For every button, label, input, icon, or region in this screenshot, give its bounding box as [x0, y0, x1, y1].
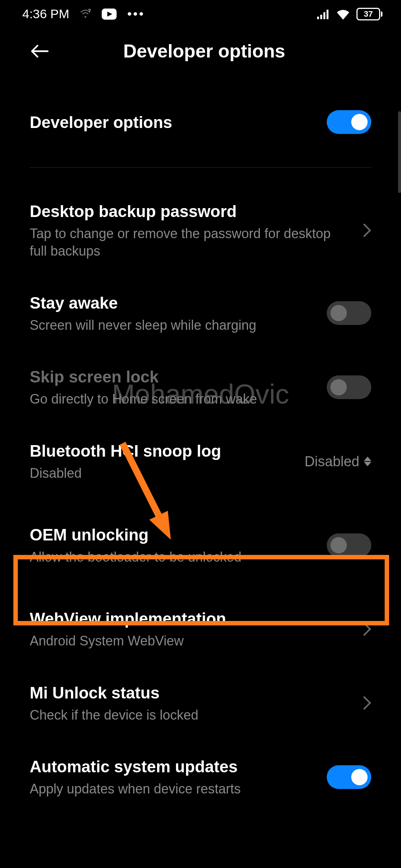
row-mi-unlock[interactable]: Mi Unlock status Check if the device is …: [15, 666, 386, 740]
svg-rect-4: [320, 14, 322, 19]
header: Developer options: [0, 28, 401, 77]
row-title: WebView implementation: [30, 608, 348, 629]
row-title: Desktop backup password: [30, 201, 348, 221]
wifi-question-icon: ?: [80, 9, 91, 20]
row-webview[interactable]: WebView implementation Android System We…: [15, 592, 386, 666]
row-title: Mi Unlock status: [30, 683, 348, 703]
scroll-indicator[interactable]: [398, 111, 401, 193]
chevron-right-icon: [358, 622, 371, 636]
row-title: Automatic system updates: [30, 756, 316, 777]
settings-list: Developer options Desktop backup passwor…: [0, 77, 401, 814]
row-title: OEM unlocking: [30, 525, 316, 545]
row-subtitle: Screen will never sleep while charging: [30, 317, 316, 334]
row-auto-updates[interactable]: Automatic system updates Apply updates w…: [15, 740, 386, 814]
toggle-oem-unlocking[interactable]: [327, 533, 371, 557]
sort-icon: [364, 457, 371, 466]
svg-point-0: [84, 16, 86, 18]
row-subtitle: Apply updates when device restarts: [30, 780, 316, 798]
row-desktop-backup[interactable]: Desktop backup password Tap to change or…: [15, 168, 386, 276]
toggle-skip-screen-lock[interactable]: [327, 375, 371, 399]
row-subtitle: Disabled: [30, 465, 293, 482]
row-title: Developer options: [30, 112, 316, 132]
battery-percent: 37: [364, 9, 373, 19]
svg-rect-5: [323, 12, 325, 19]
row-stay-awake[interactable]: Stay awake Screen will never sleep while…: [15, 276, 386, 351]
chevron-right-icon: [358, 224, 371, 237]
dropdown-value-text: Disabled: [304, 454, 359, 470]
toggle-auto-updates[interactable]: [327, 765, 371, 789]
page-title: Developer options: [49, 40, 359, 62]
row-skip-screen-lock[interactable]: Skip screen lock Go directly to Home scr…: [15, 350, 386, 424]
youtube-icon: [101, 9, 117, 20]
row-subtitle: Go directly to Home screen from wake: [30, 391, 316, 408]
svg-rect-3: [317, 16, 319, 19]
row-title: Stay awake: [30, 293, 316, 313]
row-oem-unlocking[interactable]: OEM unlocking Allow the bootloader to be…: [15, 499, 386, 592]
row-title: Skip screen lock: [30, 366, 316, 387]
dropdown-bt-hci[interactable]: Disabled: [304, 454, 371, 470]
row-bt-hci-snoop[interactable]: Bluetooth HCI snoop log Disabled Disable…: [15, 424, 386, 499]
row-title: Bluetooth HCI snoop log: [30, 441, 293, 461]
row-subtitle: Tap to change or remove the password for…: [30, 225, 348, 260]
battery-icon: 37: [356, 8, 382, 20]
row-developer-options[interactable]: Developer options: [15, 77, 386, 167]
status-bar: 4:36 PM ? ••• 37: [0, 0, 401, 28]
wifi-icon: [336, 9, 350, 20]
row-subtitle: Android System WebView: [30, 632, 348, 650]
svg-text:?: ?: [88, 9, 91, 13]
row-subtitle: Check if the device is locked: [30, 707, 348, 724]
chevron-right-icon: [358, 696, 371, 710]
row-subtitle: Allow the bootloader to be unlocked: [30, 549, 316, 566]
svg-rect-6: [327, 10, 329, 19]
cellular-signal-icon: [317, 9, 330, 19]
status-time: 4:36 PM: [22, 7, 69, 21]
toggle-stay-awake[interactable]: [327, 301, 371, 325]
back-arrow-icon[interactable]: [30, 42, 49, 61]
more-dots-icon: •••: [127, 7, 145, 21]
toggle-developer-options[interactable]: [327, 110, 371, 134]
